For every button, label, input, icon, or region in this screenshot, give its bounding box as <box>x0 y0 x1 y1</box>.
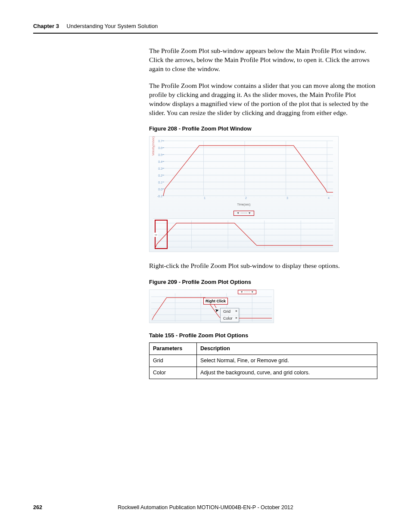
zoom-profile-plot[interactable]: ↔ <box>153 218 335 251</box>
chapter-title: Understanding Your System Solution <box>67 23 158 29</box>
paragraph-3: Right-click the Profile Zoom Plot sub-wi… <box>149 261 378 271</box>
main-plot-svg <box>153 138 335 202</box>
publication-line: Rockwell Automation Publication MOTION-U… <box>33 504 378 511</box>
figure-208: Velocity(m/sec) 0.7 0.6 0.5 0.4 0.3 0.2 … <box>149 136 339 252</box>
collapse-arrows-row: ▼ ········ ▼ <box>153 208 335 218</box>
table-row: Grid Select Normal, Fine, or Remove grid… <box>149 355 377 367</box>
table-155-caption: Table 155 - Profile Zoom Plot Options <box>149 332 378 339</box>
figure-209-caption: Figure 209 - Profile Zoom Plot Options <box>149 278 378 286</box>
figure-209: ▼ ········ ▼ Right Click ➤ Grid Color <box>149 289 274 323</box>
menu-item-grid[interactable]: Grid <box>221 308 239 315</box>
zoom-plot-svg <box>153 219 335 251</box>
zoom-slider[interactable]: ↔ <box>155 220 168 249</box>
cell-param: Color <box>149 367 197 379</box>
page-footer: 262 Rockwell Automation Publication MOTI… <box>33 504 378 511</box>
cell-param: Grid <box>149 355 197 367</box>
table-header-description: Description <box>197 343 377 355</box>
context-menu[interactable]: Grid Color <box>220 308 239 322</box>
chapter-label: Chapter 3 <box>33 23 59 29</box>
main-profile-plot: Velocity(m/sec) 0.7 0.6 0.5 0.4 0.3 0.2 … <box>153 138 335 202</box>
running-header: Chapter 3 Understanding Your System Solu… <box>33 22 378 34</box>
menu-item-color[interactable]: Color <box>221 315 239 322</box>
cell-desc: Adjust the background, curve, and grid c… <box>197 367 377 379</box>
fig209-plot-svg <box>149 290 274 323</box>
table-155: Parameters Description Grid Select Norma… <box>149 342 377 379</box>
x-axis-label: Time(sec) <box>153 202 335 208</box>
paragraph-1: The Profile Zoom Plot sub-window appears… <box>149 47 378 74</box>
table-row: Color Adjust the background, curve, and … <box>149 367 377 379</box>
cell-desc: Select Normal, Fine, or Remove grid. <box>197 355 377 367</box>
paragraph-2: The Profile Zoom Plot window contains a … <box>149 81 378 118</box>
body-content: The Profile Zoom Plot sub-window appears… <box>149 47 378 379</box>
table-header-parameters: Parameters <box>149 343 197 355</box>
resize-handle-icon[interactable]: ↔ <box>154 233 158 237</box>
figure-208-caption: Figure 208 - Profile Zoom Plot Window <box>149 125 378 133</box>
right-click-callout: Right Click <box>203 298 228 305</box>
collapse-toggle[interactable]: ▼ ········ ▼ <box>234 211 254 215</box>
